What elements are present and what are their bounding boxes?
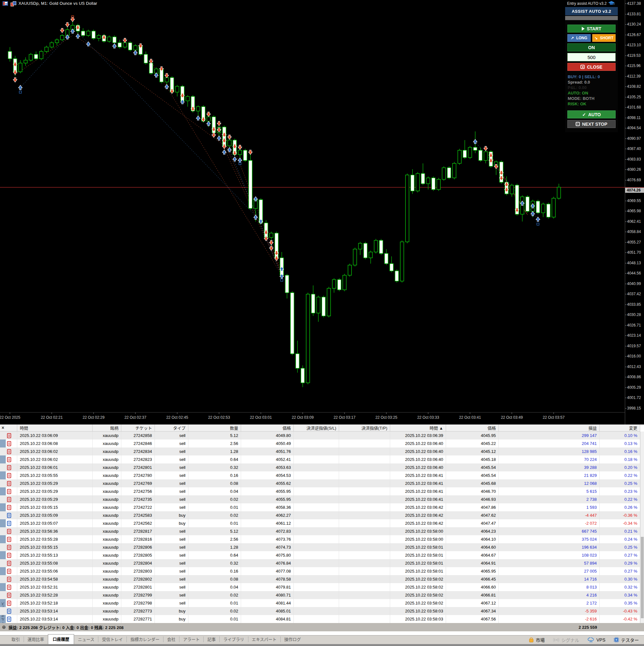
tab-口座履歴[interactable]: 口座履歴 (48, 634, 74, 644)
price-axis-label: 4076.69 (625, 178, 641, 182)
tab-アラート[interactable]: アラート (179, 635, 203, 644)
cell: xauusdp (93, 567, 121, 575)
price-axis-label: 4055.27 (625, 240, 641, 244)
tab-取引[interactable]: 取引 (8, 635, 24, 644)
history-row[interactable]: 2025.10.22 03:53:14xauusdp27282771buy0.0… (0, 615, 640, 623)
tab-指標カレンダー[interactable]: 指標カレンダー (126, 635, 163, 644)
short-button[interactable]: ↘ SHORT (592, 34, 616, 42)
history-row[interactable]: 2025.10.22 03:05:07xauusdp27242562buy0.0… (0, 519, 640, 527)
candle (359, 243, 362, 249)
history-row[interactable]: 2025.10.22 03:53:14xauusdp27282773buy0.0… (0, 607, 640, 615)
cell: xauusdp (93, 559, 121, 567)
history-row[interactable]: 2025.10.22 03:05:55xauusdp27242780sell0.… (0, 471, 640, 479)
history-row[interactable]: 2025.10.22 03:54:58xauusdp27282802sell0.… (0, 575, 640, 583)
column-header[interactable]: 価格 (446, 425, 499, 431)
history-row[interactable]: 2025.10.22 03:52:18xauusdp27282798sell0.… (0, 599, 640, 607)
sell-order-icon (7, 545, 11, 550)
history-row[interactable]: 2025.10.22 03:06:01xauusdp27242801sell0.… (0, 463, 640, 471)
cell: 0.02 (188, 511, 241, 519)
sell-order-icon (7, 601, 11, 606)
history-row[interactable]: 2025.10.22 03:55:13xauusdp27282805sell0.… (0, 551, 640, 559)
history-row[interactable]: 2025.10.22 03:05:15xauusdp27242722sell0.… (0, 503, 640, 511)
long-button[interactable]: ↗ LONG (567, 34, 591, 42)
chart-window-icon[interactable] (10, 1, 16, 6)
column-header[interactable]: 決済逆指値(S/L) (294, 425, 339, 431)
cell (339, 463, 390, 471)
next-stop-button[interactable]: NEXT STOP (567, 120, 616, 128)
cell: 0.34 % (600, 591, 640, 599)
tab-運用比率[interactable]: 運用比率 (24, 635, 48, 644)
tab-受信トレイ[interactable]: 受信トレイ (98, 635, 126, 644)
market-status-item[interactable]: 市場 (529, 637, 545, 643)
candle (458, 150, 461, 164)
candle (327, 288, 331, 316)
time-axis-label: 22 Oct 03:17 (334, 415, 356, 420)
cell: 27282804 (121, 559, 155, 567)
exit-box-marker (19, 91, 21, 93)
history-row[interactable]: 2025.10.22 03:05:29xauusdp27242769sell0.… (0, 479, 640, 488)
lot-size-input[interactable]: 500 (567, 53, 616, 61)
vps-status-item[interactable]: VPS (587, 637, 606, 643)
price-axis[interactable]: 4137.384133.814130.244126.674123.104119.… (625, 0, 644, 425)
column-header[interactable]: 数量 (188, 425, 241, 431)
tab-ライブラリ[interactable]: ライブラリ (219, 635, 248, 644)
candle (473, 147, 477, 150)
cell: 27242834 (121, 447, 155, 455)
tab-会社[interactable]: 会社 (163, 635, 179, 644)
history-row[interactable]: 2025.10.22 03:05:09xauusdp27242583buy0.0… (0, 511, 640, 519)
cell: 27242735 (121, 495, 155, 503)
history-row[interactable]: 2025.10.22 03:55:06xauusdp27282803sell0.… (0, 567, 640, 575)
cell: 2025.10.22 03:06:42 (390, 519, 446, 527)
candle (427, 178, 430, 184)
history-row[interactable]: 2025.10.22 03:52:31xauusdp27282801sell0.… (0, 583, 640, 591)
cell: 0.24 % (600, 535, 640, 543)
column-header[interactable]: チケット (121, 425, 155, 431)
history-row[interactable]: 2025.10.22 03:06:08xauusdp27242846sell2.… (0, 439, 640, 447)
cell: 2025.10.22 03:05:09 (17, 511, 93, 519)
column-header[interactable]: 時間 ▲ (390, 425, 446, 431)
history-row[interactable]: 2025.10.22 03:06:02xauusdp27242823sell0.… (0, 455, 640, 463)
tester-status-item[interactable]: テスター (614, 637, 639, 643)
tab-記事[interactable]: 記事 (203, 635, 219, 644)
column-header[interactable]: 変更 (600, 425, 640, 431)
cell (294, 535, 339, 543)
bottom-edge-strip (0, 644, 644, 646)
sell-marker-icon (212, 133, 215, 137)
on-toggle-button[interactable]: ON (567, 43, 616, 51)
toolbox-close-button[interactable]: × (0, 425, 5, 430)
history-row[interactable]: 2025.10.22 03:05:29xauusdp27242735sell0.… (0, 495, 640, 503)
column-header[interactable]: 価格 (241, 425, 294, 431)
history-row[interactable]: 2025.10.22 03:55:15xauusdp27282806sell1.… (0, 543, 640, 551)
column-header[interactable]: 損益 (499, 425, 600, 431)
history-row[interactable]: 2025.10.22 03:06:09xauusdp27242858sell5.… (0, 432, 640, 439)
scrollbar-thumb[interactable] (641, 537, 644, 618)
candle (108, 37, 111, 41)
table-scrollbar[interactable] (640, 432, 644, 623)
auto-button[interactable]: ✓ AUTO (567, 110, 616, 118)
sell-order-icon (7, 593, 11, 598)
history-row[interactable]: 2025.10.22 03:06:02xauusdp27242834sell1.… (0, 447, 640, 455)
history-row[interactable]: 2025.10.22 03:52:28xauusdp27282799sell0.… (0, 591, 640, 599)
plus-icon[interactable]: ⊕ (2, 624, 6, 630)
tab-操作ログ[interactable]: 操作ログ (280, 635, 304, 644)
tab-ニュース[interactable]: ニュース (74, 635, 98, 644)
history-row[interactable]: 2025.10.22 03:55:28xauusdp27282816sell2.… (0, 535, 640, 543)
table-header-row: 時間銘柄チケットタイプ数量価格決済逆指値(S/L)決済指値(T/P)時間 ▲価格… (0, 425, 640, 432)
column-header[interactable]: 時間 (17, 425, 93, 431)
cell: sell (155, 599, 188, 607)
history-row[interactable]: 2025.10.22 03:05:29xauusdp27242756sell0.… (0, 488, 640, 495)
start-button[interactable]: START (567, 25, 616, 32)
cell: sell (155, 439, 188, 447)
quotes-window-icon[interactable] (3, 1, 8, 6)
column-header[interactable]: 決済指値(T/P) (339, 425, 390, 431)
history-row[interactable]: 2025.10.22 03:55:08xauusdp27282804sell0.… (0, 559, 640, 567)
candlestick-chart[interactable]: 22 Oct 202522 Oct 02:2122 Oct 02:2922 Oc… (0, 0, 625, 425)
signal-status-item[interactable]: シグナル (553, 637, 579, 643)
close-all-button[interactable]: CLOSE (567, 63, 616, 71)
column-header[interactable]: 銘柄 (93, 425, 121, 431)
tab-エキスパート[interactable]: エキスパート (248, 635, 281, 644)
cell: 0.13 % (600, 439, 640, 447)
cell: xauusdp (93, 543, 121, 551)
column-header[interactable]: タイプ (155, 425, 188, 431)
history-row[interactable]: 2025.10.22 03:56:36xauusdp27282817sell5.… (0, 527, 640, 535)
